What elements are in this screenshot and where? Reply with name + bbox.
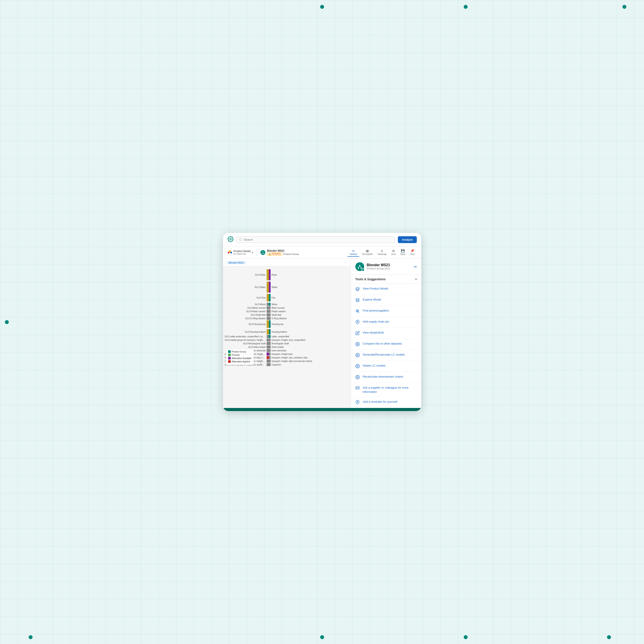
sankey-right-label: cable, unspecified xyxy=(271,335,349,338)
gear-icon[interactable] xyxy=(227,236,234,243)
tab-grid[interactable]: ⊞ Grid xyxy=(389,248,398,257)
tool-add-supply-chain-pin-label: Add supply chain pin xyxy=(363,320,389,324)
tools-section-label: Tools & Suggestions xyxy=(355,277,386,281)
sankey-panel: Blender MS21 GLO:RotorRotorGLO:StatorSta… xyxy=(223,259,351,408)
tool-generate-lc-label: Generate/Recalculate LC models xyxy=(363,353,405,357)
tool-compare[interactable]: Compare this to other datasets xyxy=(351,339,421,350)
svg-point-16 xyxy=(357,321,358,322)
svg-point-19 xyxy=(357,366,358,367)
tools-panel: + Blender MS21 Product Group [KG] ⇒ Tool… xyxy=(351,259,421,408)
tool-view-details[interactable]: View details/Edit xyxy=(351,328,421,339)
product-model-chevron[interactable]: ▾ xyxy=(252,251,253,254)
top-bar: Analyze xyxy=(223,233,421,246)
svg-point-18 xyxy=(357,355,358,356)
tab-pins[interactable]: 📌 Pins xyxy=(408,248,417,257)
sankey-left-label: GLO:Shaft disk xyxy=(225,313,267,317)
add-supply-chain-pin-icon xyxy=(355,320,360,325)
sankey-bar-left xyxy=(267,281,269,293)
sankey-bar-left xyxy=(267,363,269,366)
legend-color-product-group xyxy=(228,350,231,353)
blender-icon xyxy=(260,250,265,255)
svg-point-7 xyxy=(263,253,264,254)
svg-point-22 xyxy=(357,401,358,402)
product-title: Blender MS21 xyxy=(367,263,411,267)
sankey-bar-right xyxy=(269,359,271,363)
tool-ask-supplier[interactable]: Ask a supplier or colleague for more inf… xyxy=(351,383,421,397)
sankey-right-label: Rotor xyxy=(271,269,349,280)
sankey-right-label: Inner electrode xyxy=(271,349,349,352)
generate-lc-icon xyxy=(355,353,360,358)
product-type-label: Product Group [KG] xyxy=(367,267,411,270)
legend-color-alt-available xyxy=(228,357,231,360)
svg-line-11 xyxy=(358,266,360,268)
tool-explore-model[interactable]: Explore Model xyxy=(351,295,421,306)
delete-lc-icon xyxy=(355,364,360,369)
sankey-right-label: transport, freight, light commercial veh… xyxy=(271,359,349,363)
tool-add-supply-chain-pin[interactable]: Add supply chain pin xyxy=(351,317,421,328)
sankey-left-label: GLO:cable production, unspecified | cabl… xyxy=(225,335,267,338)
current-model-tag[interactable]: Blender MS21 xyxy=(227,261,246,264)
main-window: Analyze Product Model By Makersite ▾ xyxy=(223,233,421,411)
sankey-bar-right xyxy=(269,352,271,356)
search-input[interactable] xyxy=(244,238,392,241)
tab-heatmap[interactable]: 🌡 Heatmap xyxy=(375,248,389,257)
tools-section-chevron[interactable]: ▾ xyxy=(415,277,417,281)
analyze-button[interactable]: Analyze xyxy=(398,236,417,243)
tool-generate-lc[interactable]: Generate/Recalculate LC models xyxy=(351,350,421,361)
choropleth-tab-label: Choropleth xyxy=(362,253,373,255)
sankey-right-label: Capacitor xyxy=(271,363,349,366)
sankey-right-label: Rectangular shaft xyxy=(271,342,349,345)
nav-divider xyxy=(257,249,257,256)
tool-add-reminder[interactable]: Add a reminder for yourself xyxy=(351,397,421,408)
legend-label-alt-available: Alternative Available xyxy=(232,357,252,360)
search-box[interactable] xyxy=(236,236,395,243)
sankey-bar-left xyxy=(267,320,269,328)
save-tab-icon: 💾 xyxy=(401,249,405,253)
tool-delete-lc[interactable]: Delete LC models xyxy=(351,361,421,372)
sankey-content: GLO:RotorRotorGLO:StatorStatorGLO:FanFan… xyxy=(223,266,351,408)
sankey-bar-right xyxy=(269,335,271,338)
sankey-right-label: Housing top xyxy=(271,320,349,328)
sankey-right-label: Wires xyxy=(271,303,349,306)
svg-line-15 xyxy=(358,312,359,313)
navigate-right-icon[interactable]: ⇒ xyxy=(413,264,417,269)
svg-point-9 xyxy=(358,268,359,269)
svg-point-20 xyxy=(357,377,358,378)
product-model-nav[interactable]: Product Model By Makersite ▾ xyxy=(227,250,253,255)
sankey-bar-left xyxy=(267,313,269,317)
tool-view-details-label: View details/Edit xyxy=(363,331,384,335)
tool-delete-lc-label: Delete LC models xyxy=(363,364,386,368)
bottom-bar xyxy=(223,408,421,411)
tool-add-reminder-label: Add a reminder for yourself xyxy=(363,400,397,404)
svg-rect-4 xyxy=(229,251,231,252)
svg-point-8 xyxy=(359,265,360,266)
tool-recalculate[interactable]: Recalculate downstream chains xyxy=(351,372,421,383)
tool-find-prices[interactable]: Find prices/suppliers xyxy=(351,306,421,317)
recalculate-icon xyxy=(355,375,360,380)
tool-explore-model-label: Explore Model xyxy=(363,298,381,302)
tab-save[interactable]: 💾 Save xyxy=(398,248,408,257)
sankey-bar-left xyxy=(267,294,269,302)
heatmap-tab-label: Heatmap xyxy=(378,253,387,255)
sankey-bar-right xyxy=(269,329,271,335)
sankey-right-label: transport, freight, lorry, unspecified xyxy=(271,338,349,342)
sankey-bar-left xyxy=(267,356,269,359)
svg-line-12 xyxy=(360,266,361,268)
sankey-bar-right xyxy=(269,342,271,345)
legend-label-process: Process xyxy=(232,354,240,356)
view-details-icon xyxy=(355,331,360,336)
sankey-right-label: Fan xyxy=(271,294,349,302)
legend-label-product-group: Product Group xyxy=(232,351,246,353)
view-product-model-icon xyxy=(355,287,360,292)
sankey-bar-right xyxy=(269,313,271,317)
sankey-bar-left xyxy=(267,345,269,349)
tab-sankey[interactable]: ⇌ Sankey xyxy=(347,248,359,257)
add-reminder-icon xyxy=(355,400,360,405)
product-model-label: Product Model xyxy=(234,250,251,253)
sankey-bar-left xyxy=(267,352,269,356)
tool-view-product-model[interactable]: View Product Model xyxy=(351,284,421,295)
sankey-left-label: GLO:Motor screws xyxy=(225,306,267,310)
tab-choropleth[interactable]: ▦ Choropleth xyxy=(360,248,375,257)
sankey-bar-right xyxy=(269,303,271,306)
sankey-right-label: Plastic washer xyxy=(271,310,349,313)
